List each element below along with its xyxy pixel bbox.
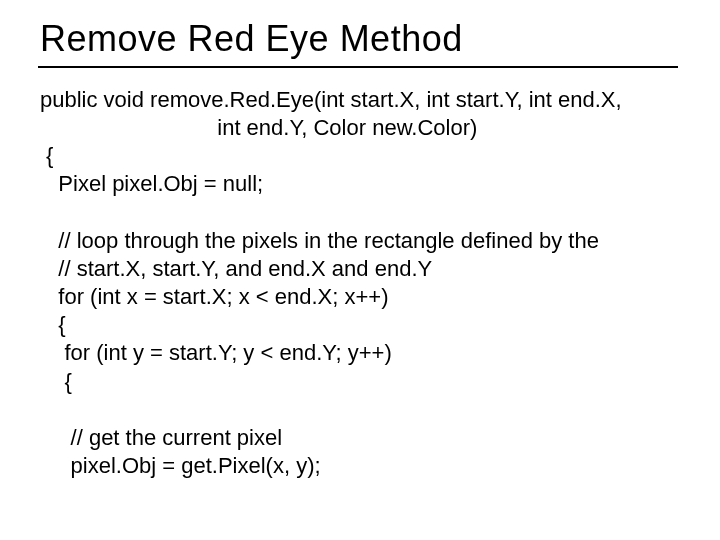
slide: Remove Red Eye Method public void remove… <box>0 0 720 540</box>
title-underline <box>38 66 678 68</box>
slide-title: Remove Red Eye Method <box>40 18 463 60</box>
code-block: public void remove.Red.Eye(int start.X, … <box>40 86 680 480</box>
